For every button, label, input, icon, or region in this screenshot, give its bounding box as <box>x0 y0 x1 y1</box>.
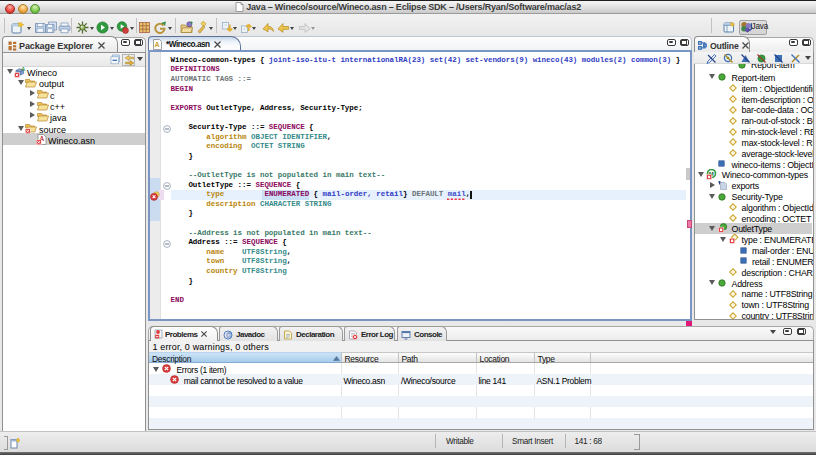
svg-text:A: A <box>21 67 25 72</box>
svg-text:@: @ <box>226 331 233 338</box>
svg-text:A: A <box>155 41 160 48</box>
